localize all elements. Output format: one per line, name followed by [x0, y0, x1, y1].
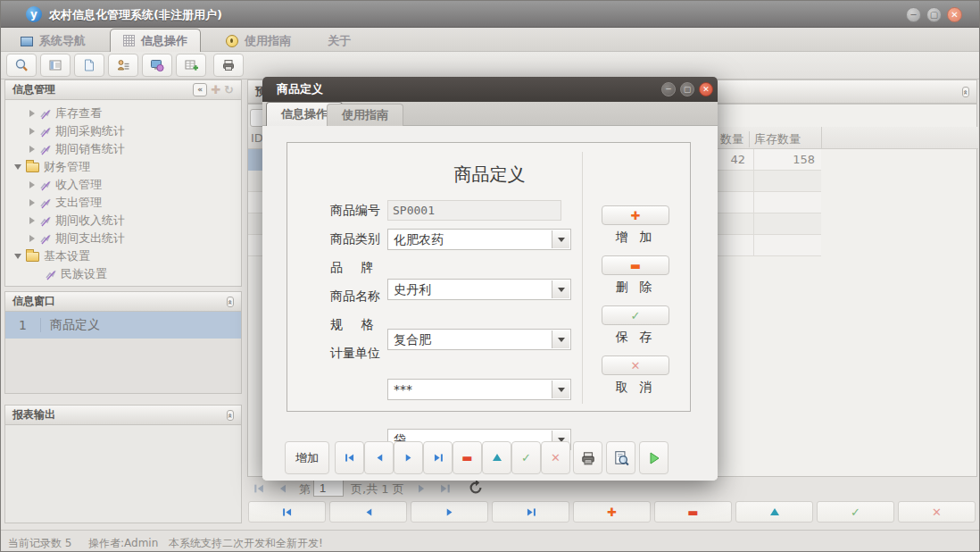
maximize-button[interactable]: ▢: [926, 7, 942, 22]
tree-item-income-stats[interactable]: 期间收入统计: [5, 212, 241, 230]
form-view-button[interactable]: [40, 54, 71, 77]
tab-about[interactable]: 关于: [315, 30, 363, 52]
add-icon[interactable]: ✚: [211, 83, 220, 96]
brand-combobox[interactable]: 史丹利: [387, 279, 571, 300]
dialog-maximize-button[interactable]: ▢: [680, 82, 694, 96]
dialog-last-button[interactable]: [423, 441, 453, 474]
last-page-icon[interactable]: [438, 482, 452, 495]
tree-item-ethnic-settings[interactable]: 民族设置: [5, 265, 241, 283]
dialog-print-button[interactable]: [573, 441, 602, 474]
first-icon: [281, 506, 294, 518]
expand-icon[interactable]: [29, 235, 35, 242]
dialog-prev-button[interactable]: [364, 441, 394, 474]
column-header-id[interactable]: ID: [251, 131, 263, 145]
delete-record-button[interactable]: ▬: [602, 255, 669, 275]
close-button[interactable]: ✕: [947, 7, 962, 22]
product-form-panel: 商品定义 商品编号 商品类别 化肥农药 品 牌 史丹利 商品名称 复合肥: [287, 142, 691, 412]
monitor-button[interactable]: [142, 54, 172, 77]
chevron-down-icon[interactable]: [552, 330, 569, 348]
refresh-icon[interactable]: [469, 481, 483, 495]
dialog-run-button[interactable]: [639, 441, 669, 474]
expand-icon[interactable]: [29, 199, 35, 206]
cell-stock-qty: 158: [735, 153, 815, 166]
tree-label: 支出管理: [55, 195, 102, 211]
cancel-record-button[interactable]: ✕: [602, 355, 669, 375]
combo-value: ***: [394, 382, 412, 397]
tree-folder-finance[interactable]: 财务管理: [5, 158, 241, 176]
tree-item-expense-manage[interactable]: 支出管理: [5, 194, 241, 212]
expand-icon[interactable]: [29, 217, 35, 224]
grid-next-button[interactable]: [411, 501, 488, 523]
dialog-save-button[interactable]: ✓: [511, 441, 541, 474]
category-combobox[interactable]: 化肥农药: [387, 229, 571, 250]
list-item-label: 商品定义: [41, 317, 100, 333]
minimize-button[interactable]: ─: [906, 7, 921, 22]
collapse-up-icon[interactable]: «: [962, 87, 969, 97]
collapse-left-icon[interactable]: «: [193, 83, 207, 96]
tab-system-nav[interactable]: 系统导航: [8, 30, 98, 52]
grid-first-button[interactable]: [248, 501, 326, 523]
tab-user-guide[interactable]: 使用指南: [213, 30, 303, 52]
chevron-down-icon[interactable]: [552, 230, 569, 248]
dialog-delete-button[interactable]: ▬: [453, 441, 482, 474]
name-combobox[interactable]: 复合肥: [387, 329, 571, 350]
tab-label: 关于: [328, 33, 351, 49]
tree-label: 基本设置: [44, 248, 90, 264]
refresh-icon[interactable]: ↻: [224, 83, 234, 96]
tab-info-operation[interactable]: 信息操作: [110, 29, 201, 52]
grid-add-button[interactable]: ✚: [573, 501, 651, 523]
spec-combobox[interactable]: ***: [387, 379, 571, 400]
grid-prev-button[interactable]: [329, 501, 407, 523]
first-page-icon[interactable]: [253, 482, 266, 495]
product-code-field[interactable]: [387, 200, 561, 221]
print-button[interactable]: [213, 54, 244, 77]
expand-icon[interactable]: [29, 110, 35, 117]
last-icon: [432, 452, 444, 464]
dialog-tab-user-guide[interactable]: 使用指南: [327, 104, 403, 126]
expand-icon[interactable]: [29, 181, 35, 188]
page-number-input[interactable]: [313, 479, 344, 497]
dialog-tab-bar: 信息操作 使用指南: [262, 102, 718, 126]
expand-icon[interactable]: [29, 128, 35, 135]
collapse-icon[interactable]: [14, 254, 21, 259]
tree-item-sales-stats[interactable]: 期间销售统计: [5, 140, 241, 158]
minus-icon: ▬: [687, 506, 698, 519]
grid-save-button[interactable]: ✓: [817, 501, 894, 523]
collapse-up-icon[interactable]: «: [227, 297, 234, 307]
dialog-edit-button[interactable]: [482, 441, 511, 474]
chevron-down-icon[interactable]: [552, 280, 569, 298]
check-icon: ✓: [631, 309, 641, 322]
tree-item-stock-view[interactable]: 库存查看: [5, 105, 241, 122]
dialog-first-button[interactable]: [335, 441, 364, 474]
grid-edit-button[interactable]: [735, 501, 813, 523]
search-button[interactable]: [6, 54, 37, 77]
tree-item-purchase-stats[interactable]: 期间采购统计: [5, 122, 241, 140]
dialog-minimize-button[interactable]: ─: [661, 82, 676, 96]
add-record-button[interactable]: ✚: [602, 205, 669, 225]
collapse-up-icon[interactable]: «: [227, 410, 234, 421]
document-button[interactable]: [74, 54, 104, 77]
report-icon: [39, 233, 51, 245]
chevron-down-icon[interactable]: [552, 381, 569, 398]
collapse-icon[interactable]: [14, 164, 21, 170]
grid-delete-button[interactable]: ▬: [654, 501, 732, 523]
grid-last-button[interactable]: [492, 501, 569, 523]
dialog-close-button[interactable]: ✕: [699, 82, 713, 96]
tree-label: 期间销售统计: [55, 141, 125, 157]
expand-icon[interactable]: [29, 146, 35, 153]
dialog-cancel-button[interactable]: ✕: [541, 441, 570, 474]
dialog-next-button[interactable]: [394, 441, 423, 474]
next-page-icon[interactable]: [415, 482, 428, 495]
grid-cancel-button[interactable]: ✕: [898, 501, 976, 523]
table-add-button[interactable]: [176, 54, 206, 77]
tree-item-expense-stats[interactable]: 期间支出统计: [5, 230, 241, 247]
save-record-button[interactable]: ✓: [602, 305, 669, 325]
tree-item-income-manage[interactable]: 收入管理: [5, 176, 241, 194]
tree-folder-basic-settings[interactable]: 基本设置: [5, 247, 241, 265]
user-manage-button[interactable]: [108, 54, 138, 77]
list-item-product-def[interactable]: 1 商品定义: [5, 312, 241, 339]
column-header-stock-qty[interactable]: 库存数量: [754, 131, 817, 147]
dialog-add-button[interactable]: 增加: [285, 441, 329, 474]
prev-page-icon[interactable]: [276, 482, 289, 495]
dialog-preview-button[interactable]: [606, 441, 635, 474]
